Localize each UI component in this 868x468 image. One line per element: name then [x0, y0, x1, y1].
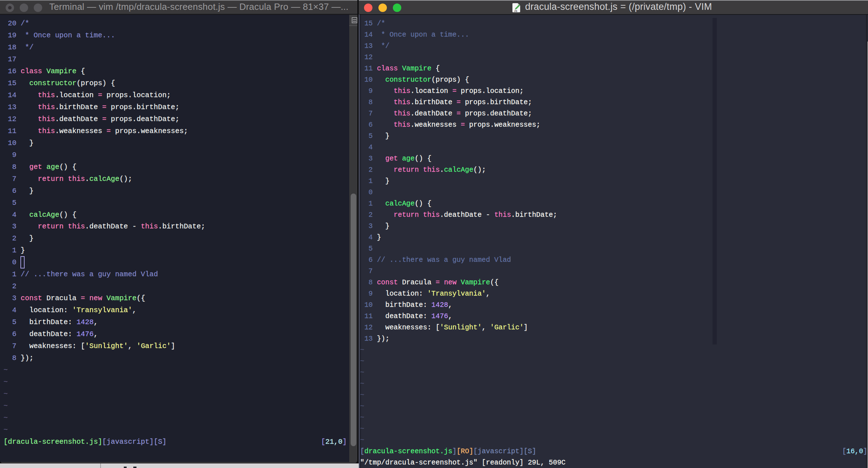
svg-text:JS: JS — [514, 10, 517, 13]
